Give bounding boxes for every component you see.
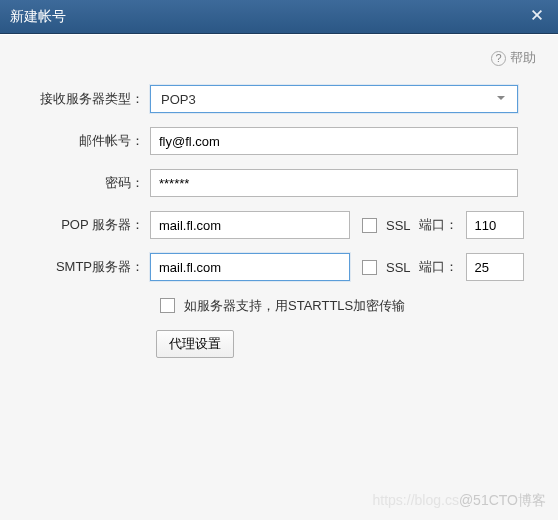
smtp-ssl-label: SSL xyxy=(386,260,411,275)
password-label: 密码： xyxy=(0,174,150,192)
pop-port-input[interactable] xyxy=(466,211,524,239)
close-icon[interactable] xyxy=(526,6,548,27)
chevron-down-icon xyxy=(495,92,507,107)
help-label: 帮助 xyxy=(510,49,536,67)
smtp-ssl-checkbox[interactable] xyxy=(362,260,377,275)
help-link[interactable]: ? 帮助 xyxy=(491,49,536,67)
watermark: https://blog.cs@51CTO博客 xyxy=(373,492,546,510)
starttls-label: 如服务器支持，用STARTTLS加密传输 xyxy=(184,297,405,315)
account-input[interactable] xyxy=(150,127,518,155)
pop-ssl-checkbox[interactable] xyxy=(362,218,377,233)
dialog-content: ? 帮助 接收服务器类型： POP3 邮件帐号： 密码： xyxy=(0,34,558,520)
account-form: 接收服务器类型： POP3 邮件帐号： 密码： PO xyxy=(0,75,558,358)
smtp-server-input[interactable] xyxy=(150,253,350,281)
server-type-value: POP3 xyxy=(161,92,196,107)
help-icon: ? xyxy=(491,51,506,66)
titlebar: 新建帐号 xyxy=(0,0,558,34)
pop-port-label: 端口： xyxy=(419,216,458,234)
account-label: 邮件帐号： xyxy=(0,132,150,150)
proxy-settings-button[interactable]: 代理设置 xyxy=(156,330,234,358)
dialog-title: 新建帐号 xyxy=(10,8,526,26)
server-type-label: 接收服务器类型： xyxy=(0,90,150,108)
smtp-server-label: SMTP服务器： xyxy=(0,258,150,276)
pop-server-label: POP 服务器： xyxy=(0,216,150,234)
smtp-port-input[interactable] xyxy=(466,253,524,281)
password-input[interactable] xyxy=(150,169,518,197)
starttls-checkbox[interactable] xyxy=(160,298,175,313)
smtp-port-label: 端口： xyxy=(419,258,458,276)
server-type-select[interactable]: POP3 xyxy=(150,85,518,113)
pop-server-input[interactable] xyxy=(150,211,350,239)
pop-ssl-label: SSL xyxy=(386,218,411,233)
